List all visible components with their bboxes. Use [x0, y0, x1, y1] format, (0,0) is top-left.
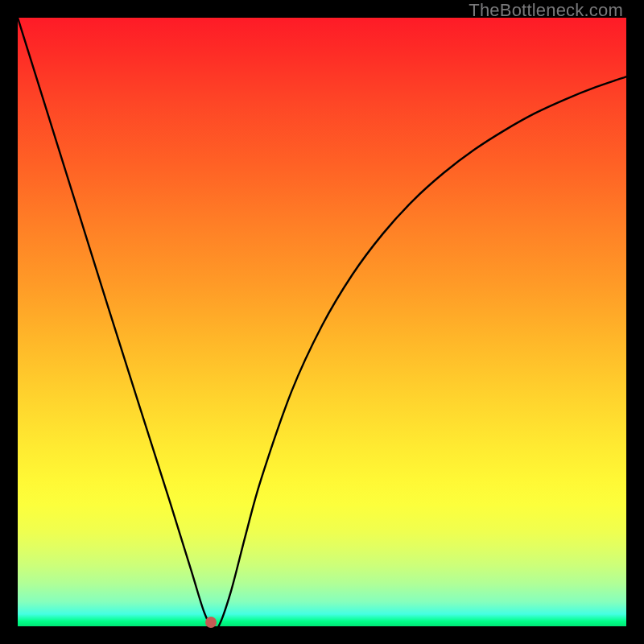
chart-frame: TheBottleneck.com — [0, 0, 644, 644]
plot-area — [18, 18, 626, 626]
watermark-text: TheBottleneck.com — [469, 0, 623, 21]
optimum-marker — [205, 617, 217, 628]
bottleneck-curve — [18, 18, 626, 626]
